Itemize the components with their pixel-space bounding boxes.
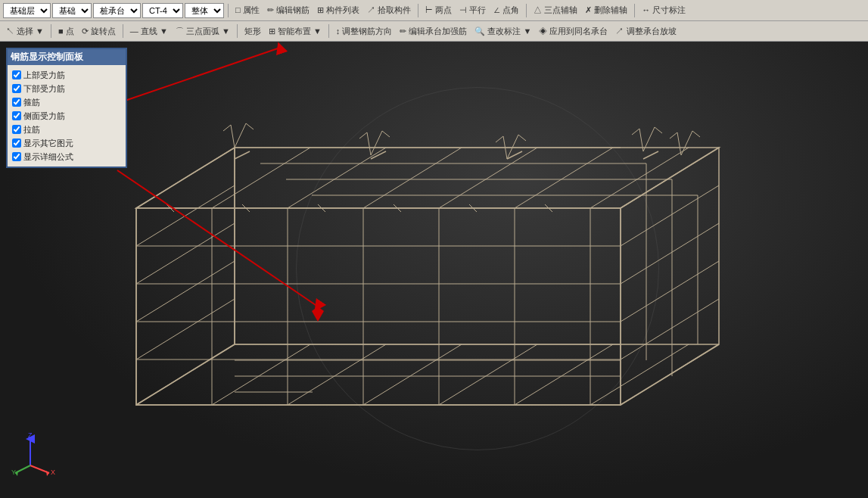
panel-item-6[interactable]: 显示详细公式 [12,150,121,163]
label-side-rebar: 侧面受力筋 [23,109,65,123]
checkbox-other-elements[interactable] [12,139,21,148]
label-tie-rebar: 拉筋 [23,123,40,136]
point-angle-btn[interactable]: ∠ 点角 [490,2,522,19]
select-btn[interactable]: ↖ 选择 ▼ [3,23,47,39]
label-stirrup: 箍筋 [23,95,40,109]
main-canvas: 钢筋显示控制面板 上部受力筋 下部受力筋 箍筋 侧面受力筋 拉筋 显示其它图元 … [0,42,868,496]
rect-btn[interactable]: 矩形 [241,23,264,39]
svg-marker-94 [46,471,49,476]
adjust-dir-btn[interactable]: ↕ 调整钢筋方向 [333,23,396,39]
adjust-slope-btn[interactable]: ↗ 调整承台放坡 [612,23,679,39]
control-panel: 钢筋显示控制面板 上部受力筋 下部受力筋 箍筋 侧面受力筋 拉筋 显示其它图元 … [6,48,127,168]
svg-text:X: X [51,468,55,476]
label-detail-formula: 显示详细公式 [23,150,73,163]
checkbox-detail-formula[interactable] [12,152,21,161]
svg-text:Y: Y [11,468,16,476]
checkbox-stirrup[interactable] [12,98,21,107]
view-dropdown[interactable]: 整体 [185,3,224,18]
check-mark-btn[interactable]: 🔍 查改标注 ▼ [471,23,534,39]
separator-4 [634,4,635,17]
panel-item-1[interactable]: 下部受力筋 [12,82,121,95]
panel-item-3[interactable]: 侧面受力筋 [12,109,121,123]
pick-btn[interactable]: ↗ 拾取构件 [364,2,414,19]
layer-dropdown[interactable]: 基础层 [3,3,51,18]
checkbox-side-rebar[interactable] [12,111,21,120]
toolbar-container: 基础层 基础 桩承台 CT-4 整体 □ 属性 ✏ 编辑钢筋 ⊞ 构件列表 ↗ … [0,0,868,42]
label-lower-rebar: 下部受力筋 [23,82,65,95]
separator-8 [328,24,329,38]
panel-item-4[interactable]: 拉筋 [12,123,121,136]
separator-6 [123,24,123,38]
smart-btn[interactable]: ⊞ 智能布置 ▼ [266,23,325,39]
axis-indicator: Z X Y [11,431,57,477]
panel-item-2[interactable]: 箍筋 [12,95,121,109]
del-axis-btn[interactable]: ✗ 删除辅轴 [582,2,630,19]
cap-dropdown[interactable]: 桩承台 [93,3,141,18]
edit-rebar-btn[interactable]: ✏ 编辑钢筋 [264,2,313,19]
comp-list-btn[interactable]: ⊞ 构件列表 [314,2,362,19]
separator-5 [51,24,51,38]
separator-7 [237,24,238,38]
svg-text:Z: Z [28,431,33,439]
separator-3 [526,4,527,17]
dim-btn[interactable]: ↔ 尺寸标注 [639,2,689,19]
parallel-btn[interactable]: ⊣ 平行 [456,2,489,19]
checkbox-upper-rebar[interactable] [12,70,21,79]
checkbox-tie-rebar[interactable] [12,125,21,134]
three-point-btn[interactable]: △ 三点辅轴 [530,2,580,19]
separator-1 [228,4,229,17]
label-other-elements: 显示其它图元 [23,136,73,150]
toolbar-row2: ↖ 选择 ▼ ■ 点 ⟳ 旋转点 — 直线 ▼ ⌒ 三点面弧 ▼ 矩形 ⊞ 智能… [0,21,868,41]
separator-2 [418,4,418,17]
label-upper-rebar: 上部受力筋 [23,68,65,82]
panel-item-0[interactable]: 上部受力筋 [12,68,121,82]
attr-btn[interactable]: □ 属性 [232,2,263,19]
control-panel-title: 钢筋显示控制面板 [8,49,126,65]
apply-same-btn[interactable]: ◈ 应用到同名承台 [536,23,611,39]
arc-btn[interactable]: ⌒ 三点面弧 ▼ [173,23,233,39]
two-point-btn[interactable]: ⊢ 两点 [422,2,455,19]
ct-dropdown[interactable]: CT-4 [142,3,183,18]
checkbox-lower-rebar[interactable] [12,84,21,93]
rotate-btn[interactable]: ⟳ 旋转点 [79,23,119,39]
point-btn[interactable]: ■ 点 [55,23,77,39]
line-btn[interactable]: — 直线 ▼ [127,23,171,39]
panel-item-5[interactable]: 显示其它图元 [12,136,121,150]
guide-circle [296,87,659,450]
edit-cap-btn[interactable]: ✏ 编辑承台加强筋 [397,23,470,39]
type-dropdown[interactable]: 基础 [52,3,92,18]
toolbar-row1: 基础层 基础 桩承台 CT-4 整体 □ 属性 ✏ 编辑钢筋 ⊞ 构件列表 ↗ … [0,0,868,21]
